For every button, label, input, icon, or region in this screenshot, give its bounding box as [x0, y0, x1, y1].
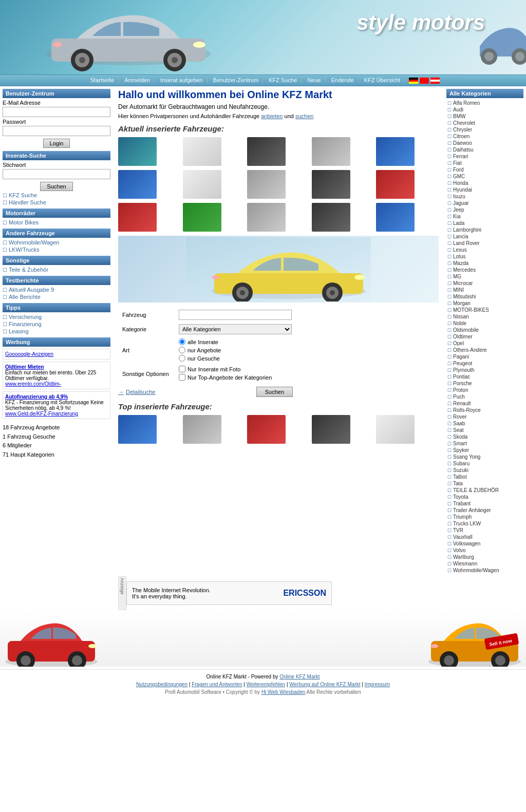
- cat-ford[interactable]: Ford: [453, 167, 464, 173]
- photo-5[interactable]: [376, 137, 415, 166]
- cat-gmc[interactable]: GMC: [453, 174, 465, 179]
- cat-rover[interactable]: Rover: [453, 414, 467, 420]
- nav-inserat[interactable]: Inserat aufgeben: [156, 77, 208, 83]
- flag-austria[interactable]: [430, 78, 440, 84]
- cat-trabant[interactable]: Trabant: [453, 501, 471, 506]
- nav-neue[interactable]: Neue: [303, 77, 325, 83]
- top-car-5[interactable]: [376, 415, 415, 444]
- password-input[interactable]: [3, 126, 110, 136]
- checkbox-top[interactable]: [179, 374, 185, 381]
- footer-fragen-link[interactable]: Fragen und Antworten: [192, 682, 242, 687]
- ad-google-link[interactable]: Gooooogle-Anzeigen: [5, 351, 53, 357]
- flag-germany[interactable]: [409, 78, 418, 84]
- cat-teile[interactable]: TEILE & ZUBEHÖR: [453, 487, 499, 493]
- photo-8[interactable]: [247, 170, 286, 199]
- cat-triumph[interactable]: Triumph: [453, 514, 472, 520]
- photo-12[interactable]: [183, 203, 221, 232]
- footer-impressum-link[interactable]: Impressum: [365, 682, 390, 687]
- footer-nutzung-link[interactable]: Nutzungsbedingungen: [136, 682, 187, 687]
- handler-suche-link[interactable]: Händler Suche: [3, 199, 110, 205]
- cat-skoda[interactable]: Skoda: [453, 434, 467, 440]
- cat-porsche[interactable]: Porsche: [453, 381, 472, 386]
- cat-alfa-romeo[interactable]: Alfa Romeo: [453, 100, 480, 106]
- cat-plymouth[interactable]: Plymouth: [453, 367, 475, 373]
- photo-1[interactable]: [118, 137, 157, 166]
- nav-anmelden[interactable]: Anmelden: [120, 77, 155, 83]
- cat-pagani[interactable]: Pagani: [453, 354, 469, 360]
- cat-talbot[interactable]: Talbot: [453, 474, 467, 480]
- cat-noble[interactable]: Noble: [453, 320, 466, 326]
- ad-autofinanzierung-url[interactable]: www.Geld.de/KFZ-Finanzierung: [5, 411, 78, 417]
- finanzierung-link[interactable]: Finanzierung: [3, 321, 110, 327]
- teile-link[interactable]: Teile & Zubehör: [3, 267, 110, 273]
- email-input[interactable]: [3, 107, 110, 117]
- cat-lotus[interactable]: Lotus: [453, 254, 465, 259]
- cat-jaguar[interactable]: Jaguar: [453, 200, 469, 206]
- footer-weiterempfehlen-link[interactable]: Weiterempfehlen: [247, 682, 285, 687]
- aktuell-link[interactable]: Aktuell Ausgabe 9: [3, 287, 110, 293]
- footer-powered-link[interactable]: Online KFZ Markt: [279, 674, 320, 679]
- cat-volkswagen[interactable]: Volkswagen: [453, 541, 480, 546]
- cat-lexus[interactable]: Lexus: [453, 247, 467, 253]
- kategorie-select[interactable]: Alle Kategorien: [179, 324, 292, 334]
- photo-2[interactable]: [183, 137, 221, 166]
- cat-oldtimer[interactable]: Oldtimer: [453, 334, 473, 339]
- cat-motor-bikes[interactable]: MOTOR-BIKES: [453, 307, 489, 313]
- cat-lancia[interactable]: Lancia: [453, 234, 468, 239]
- suchen-link[interactable]: suchen: [295, 113, 313, 119]
- cat-trucks[interactable]: Trucks LKW: [453, 521, 481, 526]
- nav-kfz-suche[interactable]: KFZ Suche: [265, 77, 302, 83]
- cat-suzuki[interactable]: Suzuki: [453, 467, 468, 473]
- photo-11[interactable]: [118, 203, 157, 232]
- cat-fiat[interactable]: Fiat: [453, 160, 462, 166]
- cat-puch[interactable]: Puch: [453, 394, 465, 400]
- login-button[interactable]: Login: [43, 139, 70, 148]
- cat-bmw[interactable]: BMW: [453, 114, 465, 119]
- top-car-3[interactable]: [247, 415, 286, 444]
- radio-angebote[interactable]: [179, 347, 185, 353]
- photo-6[interactable]: [118, 170, 157, 199]
- cat-nissan[interactable]: Nissan: [453, 314, 469, 319]
- nav-benutzer[interactable]: Benutzer-Zentrum: [209, 77, 264, 83]
- photo-3[interactable]: [247, 137, 286, 166]
- cat-saab[interactable]: Saab: [453, 421, 465, 426]
- cat-ssang-yong[interactable]: Ssang Yong: [453, 454, 480, 460]
- top-car-2[interactable]: [183, 415, 221, 444]
- cat-subaru[interactable]: Subaru: [453, 461, 469, 466]
- kfz-suche-link[interactable]: KFZ Suche: [3, 192, 110, 198]
- nav-endende[interactable]: Endende: [327, 77, 359, 83]
- cat-microcar[interactable]: Microcar: [453, 280, 473, 286]
- cat-morgan[interactable]: Morgan: [453, 300, 471, 306]
- cat-pontiac[interactable]: Pontiac: [453, 374, 470, 380]
- cat-renault[interactable]: Renault: [453, 401, 471, 406]
- cat-mercedes[interactable]: Mercedes: [453, 267, 476, 273]
- ad-oldtimer-url[interactable]: www.erento.com/Oldtim-: [5, 381, 61, 387]
- cat-mini[interactable]: MINI: [453, 287, 464, 293]
- ad-autofinanzierung-link[interactable]: Autofinanzierung ab 4,9%: [5, 394, 68, 400]
- cat-mitsubishi[interactable]: Mitsubishi: [453, 294, 476, 299]
- search-button[interactable]: Suchen: [40, 182, 72, 191]
- cat-isuzu[interactable]: Isuzu: [453, 194, 465, 199]
- radio-gesuche[interactable]: [179, 355, 185, 362]
- versicherung-link[interactable]: Versicherung: [3, 314, 110, 320]
- cat-trailer[interactable]: Trailer Anhänger: [453, 507, 491, 513]
- cat-others[interactable]: Others-Andere: [453, 347, 487, 353]
- cat-daihatsu[interactable]: Daihatsu: [453, 147, 473, 153]
- cat-lada[interactable]: Lada: [453, 220, 464, 226]
- cat-jeep[interactable]: Jeep: [453, 207, 464, 213]
- cat-seat[interactable]: Seat: [453, 427, 464, 433]
- cat-landrover[interactable]: Land Rover: [453, 240, 480, 246]
- ad-oldtimer-link[interactable]: Oldtimer Mieten: [5, 364, 44, 370]
- flag-switzerland[interactable]: [420, 78, 429, 84]
- photo-10[interactable]: [376, 170, 415, 199]
- cat-wohnmobile[interactable]: Wohnmobile/Wagen: [453, 568, 499, 573]
- photo-13[interactable]: [247, 203, 286, 232]
- motor-bikes-link[interactable]: Motor Bikes: [3, 219, 110, 225]
- cat-kia[interactable]: Kia: [453, 214, 460, 219]
- cat-vauxhall[interactable]: Vauxhall: [453, 534, 473, 540]
- cat-rolls-royce[interactable]: Rolls-Royce: [453, 407, 481, 413]
- cat-smart[interactable]: Smart: [453, 441, 467, 446]
- leasing-link[interactable]: Leasing: [3, 328, 110, 334]
- nav-kfz-uebersicht[interactable]: KFZ Übersicht: [360, 77, 405, 83]
- cat-proton[interactable]: Proton: [453, 387, 468, 393]
